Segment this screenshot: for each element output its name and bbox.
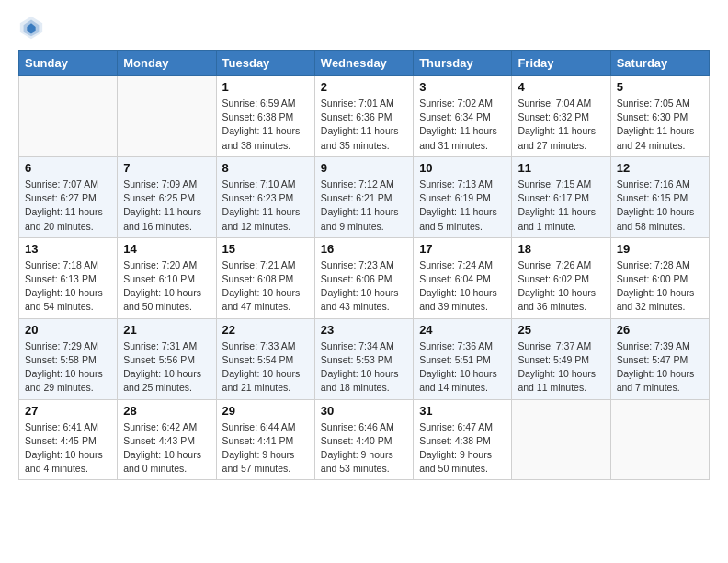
logo-icon (18, 15, 44, 40)
day-number: 16 (321, 242, 407, 256)
calendar-table: SundayMondayTuesdayWednesdayThursdayFrid… (18, 50, 710, 480)
day-info: Sunrise: 6:47 AMSunset: 4:38 PMDaylight:… (419, 420, 506, 477)
day-info: Sunrise: 6:41 AMSunset: 4:45 PMDaylight:… (25, 420, 111, 477)
calendar-cell: 9Sunrise: 7:12 AMSunset: 6:21 PMDaylight… (314, 156, 413, 237)
weekday-monday: Monday (118, 51, 216, 76)
day-number: 7 (123, 161, 210, 175)
calendar-cell: 19Sunrise: 7:28 AMSunset: 6:00 PMDayligh… (610, 237, 709, 318)
weekday-friday: Friday (512, 51, 610, 76)
day-info: Sunrise: 7:34 AMSunset: 5:53 PMDaylight:… (321, 339, 407, 396)
day-info: Sunrise: 7:09 AMSunset: 6:25 PMDaylight:… (123, 178, 210, 234)
day-info: Sunrise: 7:12 AMSunset: 6:21 PMDaylight:… (321, 178, 407, 234)
calendar-cell: 18Sunrise: 7:26 AMSunset: 6:02 PMDayligh… (512, 237, 610, 318)
calendar-cell: 28Sunrise: 6:42 AMSunset: 4:43 PMDayligh… (118, 399, 216, 480)
day-number: 9 (321, 161, 407, 175)
calendar-cell: 25Sunrise: 7:37 AMSunset: 5:49 PMDayligh… (512, 318, 610, 399)
day-info: Sunrise: 6:59 AMSunset: 6:38 PMDaylight:… (222, 97, 309, 153)
day-number: 22 (222, 323, 309, 337)
day-number: 2 (321, 80, 407, 94)
calendar-cell: 7Sunrise: 7:09 AMSunset: 6:25 PMDaylight… (118, 156, 216, 237)
calendar-cell: 16Sunrise: 7:23 AMSunset: 6:06 PMDayligh… (314, 237, 413, 318)
week-row-1: 1Sunrise: 6:59 AMSunset: 6:38 PMDaylight… (19, 76, 710, 157)
day-info: Sunrise: 7:07 AMSunset: 6:27 PMDaylight:… (25, 178, 111, 234)
day-info: Sunrise: 7:20 AMSunset: 6:10 PMDaylight:… (123, 259, 210, 315)
day-info: Sunrise: 7:28 AMSunset: 6:00 PMDaylight:… (617, 259, 703, 315)
calendar-cell: 17Sunrise: 7:24 AMSunset: 6:04 PMDayligh… (414, 237, 512, 318)
day-number: 13 (25, 242, 111, 256)
calendar-cell (512, 399, 610, 480)
day-number: 18 (518, 242, 604, 256)
day-number: 6 (25, 161, 111, 175)
calendar-cell: 8Sunrise: 7:10 AMSunset: 6:23 PMDaylight… (216, 156, 314, 237)
weekday-tuesday: Tuesday (216, 51, 314, 76)
calendar-cell: 22Sunrise: 7:33 AMSunset: 5:54 PMDayligh… (216, 318, 314, 399)
calendar-cell: 3Sunrise: 7:02 AMSunset: 6:34 PMDaylight… (414, 76, 512, 157)
logo (18, 15, 46, 40)
calendar-cell: 20Sunrise: 7:29 AMSunset: 5:58 PMDayligh… (19, 318, 118, 399)
day-number: 15 (222, 242, 309, 256)
day-info: Sunrise: 7:04 AMSunset: 6:32 PMDaylight:… (518, 97, 604, 153)
calendar-cell: 26Sunrise: 7:39 AMSunset: 5:47 PMDayligh… (610, 318, 709, 399)
day-number: 26 (617, 323, 703, 337)
calendar-cell: 6Sunrise: 7:07 AMSunset: 6:27 PMDaylight… (19, 156, 118, 237)
day-info: Sunrise: 7:02 AMSunset: 6:34 PMDaylight:… (419, 97, 506, 153)
week-row-5: 27Sunrise: 6:41 AMSunset: 4:45 PMDayligh… (19, 399, 710, 480)
calendar-cell: 29Sunrise: 6:44 AMSunset: 4:41 PMDayligh… (216, 399, 314, 480)
calendar-cell: 30Sunrise: 6:46 AMSunset: 4:40 PMDayligh… (314, 399, 413, 480)
week-row-4: 20Sunrise: 7:29 AMSunset: 5:58 PMDayligh… (19, 318, 710, 399)
day-number: 23 (321, 323, 407, 337)
day-info: Sunrise: 7:13 AMSunset: 6:19 PMDaylight:… (419, 178, 506, 234)
calendar-cell: 24Sunrise: 7:36 AMSunset: 5:51 PMDayligh… (414, 318, 512, 399)
day-info: Sunrise: 6:44 AMSunset: 4:41 PMDaylight:… (222, 420, 309, 477)
calendar-cell: 13Sunrise: 7:18 AMSunset: 6:13 PMDayligh… (19, 237, 118, 318)
calendar-cell: 2Sunrise: 7:01 AMSunset: 6:36 PMDaylight… (314, 76, 413, 157)
calendar-cell: 23Sunrise: 7:34 AMSunset: 5:53 PMDayligh… (314, 318, 413, 399)
day-info: Sunrise: 7:15 AMSunset: 6:17 PMDaylight:… (518, 178, 604, 234)
day-info: Sunrise: 7:24 AMSunset: 6:04 PMDaylight:… (419, 259, 506, 315)
day-number: 20 (25, 323, 111, 337)
day-info: Sunrise: 7:36 AMSunset: 5:51 PMDaylight:… (419, 339, 506, 396)
day-info: Sunrise: 7:39 AMSunset: 5:47 PMDaylight:… (617, 339, 703, 396)
calendar-cell: 10Sunrise: 7:13 AMSunset: 6:19 PMDayligh… (414, 156, 512, 237)
day-number: 14 (123, 242, 210, 256)
calendar-cell: 5Sunrise: 7:05 AMSunset: 6:30 PMDaylight… (610, 76, 709, 157)
day-info: Sunrise: 7:31 AMSunset: 5:56 PMDaylight:… (123, 339, 210, 396)
day-number: 5 (617, 80, 703, 94)
day-number: 19 (617, 242, 703, 256)
day-info: Sunrise: 7:33 AMSunset: 5:54 PMDaylight:… (222, 339, 309, 396)
calendar-cell (19, 76, 118, 157)
day-info: Sunrise: 7:18 AMSunset: 6:13 PMDaylight:… (25, 259, 111, 315)
weekday-saturday: Saturday (610, 51, 709, 76)
day-info: Sunrise: 6:42 AMSunset: 4:43 PMDaylight:… (123, 420, 210, 477)
weekday-wednesday: Wednesday (314, 51, 413, 76)
calendar-cell: 12Sunrise: 7:16 AMSunset: 6:15 PMDayligh… (610, 156, 709, 237)
day-number: 12 (617, 161, 703, 175)
calendar-cell: 21Sunrise: 7:31 AMSunset: 5:56 PMDayligh… (118, 318, 216, 399)
day-info: Sunrise: 7:01 AMSunset: 6:36 PMDaylight:… (321, 97, 407, 153)
week-row-2: 6Sunrise: 7:07 AMSunset: 6:27 PMDaylight… (19, 156, 710, 237)
day-info: Sunrise: 7:37 AMSunset: 5:49 PMDaylight:… (518, 339, 604, 396)
day-number: 4 (518, 80, 604, 94)
day-number: 27 (25, 404, 111, 418)
calendar-cell (610, 399, 709, 480)
header (18, 15, 710, 40)
calendar-cell: 15Sunrise: 7:21 AMSunset: 6:08 PMDayligh… (216, 237, 314, 318)
day-number: 10 (419, 161, 506, 175)
day-number: 25 (518, 323, 604, 337)
weekday-sunday: Sunday (19, 51, 118, 76)
weekday-header-row: SundayMondayTuesdayWednesdayThursdayFrid… (19, 51, 710, 76)
day-number: 17 (419, 242, 506, 256)
calendar-cell (118, 76, 216, 157)
weekday-thursday: Thursday (414, 51, 512, 76)
day-number: 24 (419, 323, 506, 337)
day-info: Sunrise: 7:23 AMSunset: 6:06 PMDaylight:… (321, 259, 407, 315)
day-info: Sunrise: 7:05 AMSunset: 6:30 PMDaylight:… (617, 97, 703, 153)
calendar-body: 1Sunrise: 6:59 AMSunset: 6:38 PMDaylight… (19, 76, 710, 480)
calendar-cell: 31Sunrise: 6:47 AMSunset: 4:38 PMDayligh… (414, 399, 512, 480)
day-info: Sunrise: 7:26 AMSunset: 6:02 PMDaylight:… (518, 259, 604, 315)
calendar-cell: 14Sunrise: 7:20 AMSunset: 6:10 PMDayligh… (118, 237, 216, 318)
day-info: Sunrise: 7:16 AMSunset: 6:15 PMDaylight:… (617, 178, 703, 234)
day-number: 11 (518, 161, 604, 175)
week-row-3: 13Sunrise: 7:18 AMSunset: 6:13 PMDayligh… (19, 237, 710, 318)
day-number: 8 (222, 161, 309, 175)
